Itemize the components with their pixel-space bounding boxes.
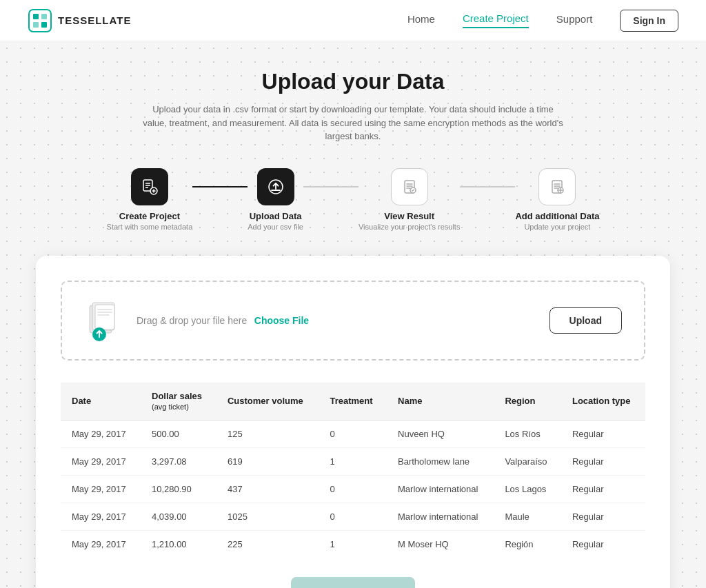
save-run-button[interactable]: Save & Run bbox=[291, 577, 414, 589]
cell-name: Bartholomew lane bbox=[387, 447, 494, 475]
step-2-icon bbox=[257, 168, 294, 205]
cell-date: May 29, 2017 bbox=[61, 420, 141, 447]
svg-rect-21 bbox=[95, 305, 114, 330]
cell-name: M Moser HQ bbox=[387, 530, 494, 558]
cell-treatment: 1 bbox=[319, 447, 387, 475]
step-4-label: Add additional Data bbox=[515, 211, 599, 221]
cell-customer_volume: 225 bbox=[216, 530, 319, 558]
cell-customer_volume: 619 bbox=[216, 447, 319, 475]
actions: Save & Run bbox=[61, 577, 645, 589]
svg-rect-2 bbox=[41, 14, 47, 19]
main-card: Drag & drop your file here Choose File U… bbox=[36, 256, 670, 589]
drag-drop-text: Drag & drop your file here Choose File bbox=[137, 314, 309, 327]
upload-button[interactable]: Upload bbox=[549, 307, 622, 334]
table-row: May 29, 20174,039.0010250Marlow internat… bbox=[61, 503, 645, 530]
signin-button[interactable]: Sign In bbox=[620, 10, 678, 32]
step-1-label: Create Project bbox=[119, 211, 180, 221]
nav-links: Home Create Project Support bbox=[407, 12, 592, 28]
choose-file-link[interactable]: Choose File bbox=[254, 315, 309, 326]
data-table: Date Dollar sales(avg ticket) Customer v… bbox=[61, 383, 645, 558]
cell-treatment: 0 bbox=[319, 420, 387, 447]
svg-rect-0 bbox=[29, 10, 51, 32]
cell-dollar_sales: 4,039.00 bbox=[141, 503, 216, 530]
cell-region: Los Ríos bbox=[494, 420, 561, 447]
cell-customer_volume: 1025 bbox=[216, 503, 319, 530]
upload-area: Drag & drop your file here Choose File U… bbox=[61, 281, 645, 361]
col-region: Region bbox=[494, 383, 561, 420]
logo-icon bbox=[28, 8, 52, 33]
cell-date: May 29, 2017 bbox=[61, 530, 141, 558]
step-2-label: Upload Data bbox=[250, 211, 302, 221]
main-content: Upload your Data Upload your data in .cs… bbox=[22, 41, 684, 588]
col-treatment: Treatment bbox=[319, 383, 387, 420]
cell-customer_volume: 125 bbox=[216, 420, 319, 447]
nav-home[interactable]: Home bbox=[407, 13, 435, 28]
col-customer-volume: Customer volume bbox=[216, 383, 319, 420]
connector-2 bbox=[303, 186, 359, 187]
cell-region: Valparaíso bbox=[494, 447, 561, 475]
table-row: May 29, 20173,297.086191Bartholomew lane… bbox=[61, 447, 645, 475]
cell-location_type: Regular bbox=[561, 447, 645, 475]
table-row: May 29, 201710,280.904370Marlow internat… bbox=[61, 475, 645, 503]
cell-customer_volume: 437 bbox=[216, 475, 319, 503]
connector-3 bbox=[460, 186, 515, 187]
step-1-icon bbox=[131, 168, 168, 205]
step-create-project: Create Project Start with some metadata bbox=[107, 168, 193, 231]
cell-date: May 29, 2017 bbox=[61, 447, 141, 475]
cell-date: May 29, 2017 bbox=[61, 475, 141, 503]
cell-name: Marlow international bbox=[387, 503, 494, 530]
step-4-icon bbox=[538, 168, 576, 205]
cell-treatment: 1 bbox=[319, 530, 387, 558]
svg-rect-4 bbox=[41, 22, 47, 28]
step-3-icon bbox=[391, 168, 428, 205]
step-view-result: View Result Visualize your project's res… bbox=[359, 168, 460, 231]
step-upload-data: Upload Data Add your csv file bbox=[248, 168, 303, 231]
cell-dollar_sales: 10,280.90 bbox=[141, 475, 216, 503]
logo-text: TESSELLATE bbox=[58, 14, 131, 26]
navbar: TESSELLATE Home Create Project Support S… bbox=[0, 0, 706, 41]
cell-region: Región bbox=[494, 530, 561, 558]
cell-name: Marlow international bbox=[387, 475, 494, 503]
nav-create-project[interactable]: Create Project bbox=[463, 12, 529, 28]
cell-region: Los Lagos bbox=[494, 475, 561, 503]
cell-dollar_sales: 3,297.08 bbox=[141, 447, 216, 475]
cell-location_type: Regular bbox=[561, 475, 645, 503]
step-3-label: View Result bbox=[384, 211, 434, 221]
col-name: Name bbox=[387, 383, 494, 420]
connector-1 bbox=[192, 186, 248, 187]
cell-date: May 29, 2017 bbox=[61, 503, 141, 530]
page-title: Upload your Data bbox=[36, 69, 670, 94]
cell-name: Nuveen HQ bbox=[387, 420, 494, 447]
col-dollar-sales: Dollar sales(avg ticket) bbox=[141, 383, 216, 420]
cell-region: Maule bbox=[494, 503, 561, 530]
step-add-data: Add additional Data Update your project bbox=[515, 168, 599, 231]
col-location-type: Location type bbox=[561, 383, 645, 420]
cell-treatment: 0 bbox=[319, 475, 387, 503]
svg-rect-3 bbox=[33, 22, 39, 28]
cell-location_type: Regular bbox=[561, 420, 645, 447]
cell-location_type: Regular bbox=[561, 530, 645, 558]
upload-file-illustration bbox=[84, 301, 123, 340]
step-4-sublabel: Update your project bbox=[524, 223, 590, 231]
table-header-row: Date Dollar sales(avg ticket) Customer v… bbox=[61, 383, 645, 420]
cell-location_type: Regular bbox=[561, 503, 645, 530]
nav-support[interactable]: Support bbox=[556, 13, 593, 28]
cell-treatment: 0 bbox=[319, 503, 387, 530]
svg-rect-1 bbox=[33, 14, 39, 19]
col-date: Date bbox=[61, 383, 141, 420]
step-2-sublabel: Add your csv file bbox=[248, 223, 303, 231]
drag-text: Drag & drop your file here bbox=[137, 315, 247, 326]
upload-left: Drag & drop your file here Choose File bbox=[84, 301, 309, 340]
logo: TESSELLATE bbox=[28, 8, 131, 33]
page-subtitle: Upload your data in .csv format or start… bbox=[139, 103, 567, 143]
step-3-sublabel: Visualize your project's results bbox=[359, 223, 460, 231]
table-body: May 29, 2017500.001250Nuveen HQLos RíosR… bbox=[61, 420, 645, 558]
data-table-wrap[interactable]: Date Dollar sales(avg ticket) Customer v… bbox=[61, 383, 645, 558]
step-1-sublabel: Start with some metadata bbox=[107, 223, 193, 231]
table-row: May 29, 2017500.001250Nuveen HQLos RíosR… bbox=[61, 420, 645, 447]
table-row: May 29, 20171,210.002251M Moser HQRegión… bbox=[61, 530, 645, 558]
cell-dollar_sales: 1,210.00 bbox=[141, 530, 216, 558]
cell-dollar_sales: 500.00 bbox=[141, 420, 216, 447]
stepper: Create Project Start with some metadata … bbox=[36, 168, 670, 231]
